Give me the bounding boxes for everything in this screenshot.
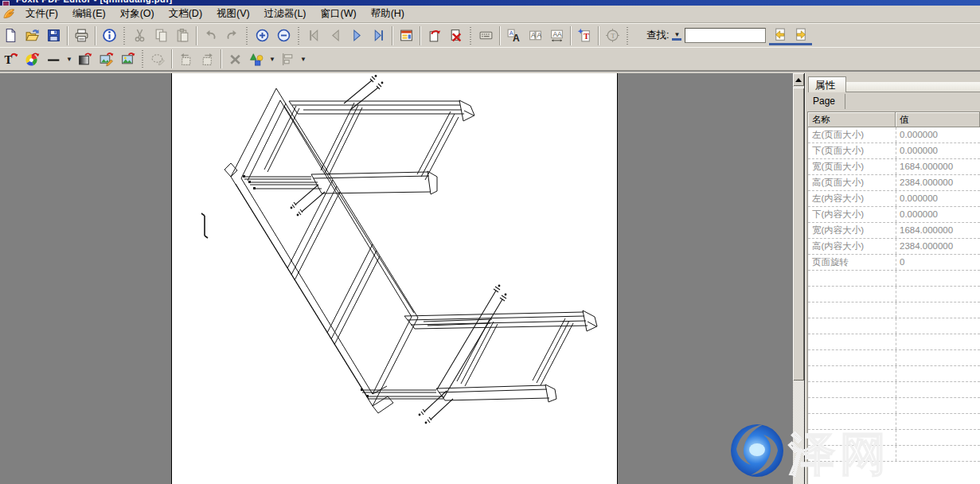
menu-object[interactable]: 对象(O): [113, 6, 162, 22]
insert-image-button[interactable]: [117, 49, 139, 68]
last-page-button[interactable]: [368, 26, 389, 45]
insert-text-button[interactable]: T: [574, 26, 595, 45]
save-button[interactable]: [43, 26, 64, 45]
prop-value[interactable]: 1684.000000: [896, 159, 980, 174]
table-row[interactable]: 高(页面大小)2384.000000: [808, 175, 980, 191]
menu-view[interactable]: 视图(V): [209, 6, 257, 22]
prop-value[interactable]: 1684.000000: [896, 223, 980, 238]
new-document-button[interactable]: [0, 26, 21, 45]
table-row[interactable]: 页面旋转0: [808, 255, 980, 271]
edit-object-button[interactable]: [147, 49, 169, 68]
open-button[interactable]: [21, 26, 43, 45]
table-row[interactable]: 高(内容大小)2384.000000: [808, 239, 980, 255]
object-toolbar: T ▼ ▼ ▼: [0, 47, 980, 71]
menu-document[interactable]: 文档(D): [162, 6, 209, 22]
toolbar-grip[interactable]: [123, 27, 127, 45]
document-swoosh-icon[interactable]: [2, 7, 16, 21]
tab-page[interactable]: Page: [808, 94, 845, 109]
empty-row: [808, 287, 980, 302]
find-next-button[interactable]: [791, 26, 812, 45]
toolbar-grip[interactable]: [297, 27, 301, 45]
vertical-scrollbar[interactable]: [793, 73, 804, 484]
color-wheel-button[interactable]: [21, 49, 43, 68]
rotate-text-button[interactable]: T: [0, 49, 21, 68]
table-row[interactable]: 下(内容大小)0.000000: [808, 207, 980, 223]
cut-button[interactable]: [129, 26, 150, 45]
print-button[interactable]: [71, 26, 92, 45]
toolbar-grip[interactable]: [469, 27, 473, 45]
prop-name: 左(页面大小): [808, 127, 896, 142]
svg-text:A: A: [531, 31, 536, 39]
column-name: 名称: [808, 112, 896, 127]
prop-value[interactable]: 2384.000000: [896, 239, 980, 254]
paste-button[interactable]: [172, 26, 193, 45]
prop-value[interactable]: 2384.000000: [896, 175, 980, 190]
font-select-button[interactable]: AA: [503, 26, 525, 45]
first-page-button[interactable]: [303, 26, 325, 45]
menu-filter[interactable]: 过滤器(L): [257, 6, 314, 22]
rotate-selection-left-button[interactable]: [175, 49, 197, 68]
properties-table: 名称 值 左(页面大小)0.000000 下(页面大小)0.000000 宽(页…: [807, 111, 980, 484]
prop-value[interactable]: 0.000000: [896, 127, 980, 142]
table-row[interactable]: 下(页面大小)0.000000: [808, 143, 980, 159]
previous-page-button[interactable]: [325, 26, 346, 45]
rotate-selection-right-button[interactable]: [197, 49, 218, 68]
caption-fill: [846, 82, 980, 92]
menu-window[interactable]: 窗口(W): [314, 6, 364, 22]
align-objects-button[interactable]: [277, 49, 299, 68]
menu-edit[interactable]: 编辑(E): [65, 6, 113, 22]
find-previous-button[interactable]: [769, 26, 791, 45]
menu-help[interactable]: 帮助(H): [364, 6, 412, 22]
prop-name: 宽(内容大小): [808, 223, 896, 238]
find-input[interactable]: [685, 28, 766, 43]
delete-object-button[interactable]: [225, 49, 246, 68]
toolbar-grip[interactable]: [245, 27, 249, 45]
scroll-up-button[interactable]: [793, 73, 804, 86]
delete-page-button[interactable]: [445, 26, 467, 45]
find-dropdown-arrow[interactable]: ▼: [672, 31, 681, 41]
page-form-button[interactable]: [396, 26, 417, 45]
panel-tab-row: Page: [808, 94, 980, 109]
text-circle-button[interactable]: T: [602, 26, 623, 45]
svg-text:T: T: [611, 32, 615, 40]
redo-button[interactable]: [221, 26, 243, 45]
info-button[interactable]: [99, 26, 120, 45]
insert-shape-button[interactable]: [246, 49, 267, 68]
next-page-button[interactable]: [346, 26, 368, 45]
insert-shape-dropdown[interactable]: ▼: [267, 56, 277, 63]
prop-value[interactable]: 0.000000: [896, 207, 980, 222]
copy-button[interactable]: [150, 26, 172, 45]
toolbar-grip[interactable]: [141, 50, 145, 68]
zoom-in-button[interactable]: [252, 26, 273, 45]
zoom-out-button[interactable]: [273, 26, 295, 45]
prop-name: 下(内容大小): [808, 207, 896, 222]
properties-tab[interactable]: 属性: [808, 76, 846, 92]
menu-file[interactable]: 文件(F): [18, 6, 65, 22]
toolbar-separator: [499, 26, 501, 45]
line-style-dropdown[interactable]: ▼: [64, 56, 74, 63]
rotate-page-button[interactable]: [424, 26, 445, 45]
line-style-button[interactable]: [43, 49, 64, 68]
empty-row: [808, 382, 980, 398]
document-view[interactable]: [0, 73, 804, 484]
keyboard-button[interactable]: [475, 26, 497, 45]
toolbar-separator: [392, 26, 393, 45]
char-spacing-button[interactable]: AA: [525, 26, 546, 45]
toolbar-grip[interactable]: [626, 27, 630, 45]
gradient-fill-button[interactable]: [74, 49, 96, 68]
empty-row: [808, 334, 980, 350]
table-row[interactable]: 左(页面大小)0.000000: [808, 127, 980, 143]
align-objects-dropdown[interactable]: ▼: [299, 56, 308, 63]
word-spacing-button[interactable]: AA: [546, 26, 568, 45]
empty-row: [808, 430, 980, 446]
prop-value[interactable]: 0.000000: [896, 191, 980, 206]
table-row[interactable]: 左(内容大小)0.000000: [808, 191, 980, 207]
table-row[interactable]: 宽(内容大小)1684.000000: [808, 223, 980, 239]
scrollbar-thumb[interactable]: [793, 88, 804, 381]
undo-button[interactable]: [200, 26, 221, 45]
prop-value[interactable]: 0: [896, 255, 980, 270]
prop-value[interactable]: 0.000000: [896, 143, 980, 158]
table-row[interactable]: 宽(页面大小)1684.000000: [808, 159, 980, 175]
panel-caption: 属性: [808, 76, 980, 92]
edit-image-button[interactable]: [96, 49, 117, 68]
